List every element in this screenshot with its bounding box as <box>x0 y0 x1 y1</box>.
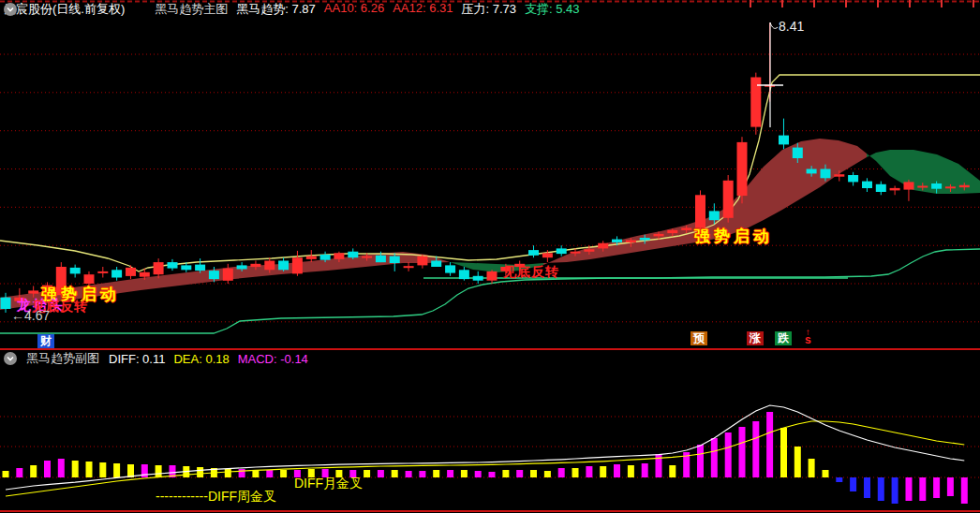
macd-bar[interactable] <box>378 470 384 477</box>
candle-body[interactable] <box>598 243 608 249</box>
macd-bar[interactable] <box>266 470 273 477</box>
candle-body[interactable] <box>126 268 136 276</box>
macd-bar[interactable] <box>725 432 732 477</box>
macd-bar[interactable] <box>58 459 65 477</box>
macd-bar[interactable] <box>823 470 829 477</box>
candle-body[interactable] <box>390 256 400 263</box>
macd-bar[interactable] <box>280 470 287 477</box>
sub-panel-title[interactable]: 黑马趋势副图 <box>26 350 99 367</box>
candle-body[interactable] <box>306 256 317 259</box>
macd-bar[interactable] <box>447 470 453 477</box>
candle-body[interactable] <box>209 271 219 279</box>
macd-bar[interactable] <box>99 462 106 477</box>
candle-body[interactable] <box>695 195 705 227</box>
candle-body[interactable] <box>807 169 817 174</box>
macd-bar[interactable] <box>502 470 509 477</box>
candle-body[interactable] <box>557 248 567 254</box>
candle-body[interactable] <box>97 271 108 273</box>
candle-body[interactable] <box>821 169 831 179</box>
candle-body[interactable] <box>237 265 247 269</box>
marker-signal-s[interactable]: ↑ s <box>802 327 814 345</box>
candle-body[interactable] <box>571 252 581 254</box>
candle-body[interactable] <box>723 181 734 218</box>
candle-body[interactable] <box>404 266 414 268</box>
candle-body[interactable] <box>334 253 344 259</box>
candle-body[interactable] <box>584 249 594 252</box>
candle-body[interactable] <box>362 256 372 258</box>
sub-chart[interactable] <box>0 365 980 513</box>
candle-body[interactable] <box>154 262 164 274</box>
macd-bar[interactable] <box>850 477 856 491</box>
candle-body[interactable] <box>459 270 469 279</box>
macd-bar[interactable] <box>711 438 718 477</box>
candle-body[interactable] <box>709 211 720 220</box>
macd-bar[interactable] <box>586 466 592 477</box>
candle-body[interactable] <box>737 142 748 196</box>
candle-body[interactable] <box>862 182 872 188</box>
candle-body[interactable] <box>487 271 497 281</box>
marker-fall-badge[interactable]: 跌 <box>775 331 792 345</box>
macd-bar[interactable] <box>489 472 496 477</box>
macd-bar[interactable] <box>30 465 37 477</box>
macd-bar[interactable] <box>252 470 259 477</box>
macd-bar[interactable] <box>364 470 370 477</box>
candle-body[interactable] <box>320 255 331 260</box>
macd-bar[interactable] <box>44 461 51 477</box>
candle-body[interactable] <box>612 240 622 242</box>
candle-body[interactable] <box>195 265 205 271</box>
candle-body[interactable] <box>834 174 844 177</box>
candle-body[interactable] <box>667 230 677 233</box>
macd-bar[interactable] <box>433 470 439 477</box>
macd-bar[interactable] <box>642 463 648 477</box>
macd-bar[interactable] <box>836 477 842 482</box>
macd-bar[interactable] <box>225 469 231 477</box>
candle-body[interactable] <box>278 261 289 271</box>
macd-bar[interactable] <box>127 464 134 477</box>
candle-body[interactable] <box>654 234 664 237</box>
main-panel-title[interactable]: 黑马趋势主图 <box>155 1 228 18</box>
candle-body[interactable] <box>168 262 178 269</box>
macd-bar[interactable] <box>530 470 537 477</box>
marker-finance-badge[interactable]: 财 <box>37 334 54 348</box>
candle-body[interactable] <box>542 253 553 257</box>
macd-bar[interactable] <box>794 447 801 477</box>
macd-bar[interactable] <box>809 459 815 477</box>
macd-bar[interactable] <box>544 471 551 477</box>
macd-bar[interactable] <box>906 477 913 501</box>
macd-bar[interactable] <box>197 467 203 477</box>
candle-body[interactable] <box>70 268 81 274</box>
macd-bar[interactable] <box>239 469 245 477</box>
candle-body[interactable] <box>945 186 956 188</box>
candle-body[interactable] <box>250 264 260 267</box>
candle-body[interactable] <box>140 272 150 277</box>
candle-body[interactable] <box>348 252 358 258</box>
candle-body[interactable] <box>431 261 441 268</box>
macd-bar[interactable] <box>72 461 79 477</box>
candle-body[interactable] <box>626 241 636 243</box>
candle-body[interactable] <box>84 274 95 284</box>
marker-rise-badge[interactable]: 涨 <box>747 331 764 345</box>
macd-bar[interactable] <box>892 477 898 504</box>
candle-body[interactable] <box>876 184 886 192</box>
macd-bar[interactable] <box>475 471 482 477</box>
candle-body[interactable] <box>528 250 539 256</box>
macd-bar[interactable] <box>419 471 425 477</box>
candle-body[interactable] <box>640 238 650 241</box>
macd-bar[interactable] <box>864 477 870 498</box>
macd-bar[interactable] <box>780 428 787 477</box>
concept-row-items[interactable]: 光伏 HJT电池 养老概念 民营医院 物业管理概念 租购同权 <box>74 40 409 54</box>
candle-body[interactable] <box>931 183 942 189</box>
candle-body[interactable] <box>376 256 386 262</box>
macd-bar[interactable] <box>16 468 22 477</box>
macd-bar[interactable] <box>933 477 940 498</box>
macd-bar[interactable] <box>572 468 579 477</box>
candle-body[interactable] <box>111 270 122 277</box>
macd-bar[interactable] <box>558 468 565 477</box>
macd-bar[interactable] <box>406 471 412 477</box>
macd-bar[interactable] <box>919 477 926 501</box>
candle-body[interactable] <box>681 227 691 230</box>
collapse-sub-icon[interactable] <box>4 352 17 365</box>
candle-body[interactable] <box>1 298 11 309</box>
style-row-items[interactable]: 融资融券 业绩预升 保险重仓 私募重仓 微利股 <box>74 24 340 38</box>
macd-bar[interactable] <box>766 412 773 477</box>
